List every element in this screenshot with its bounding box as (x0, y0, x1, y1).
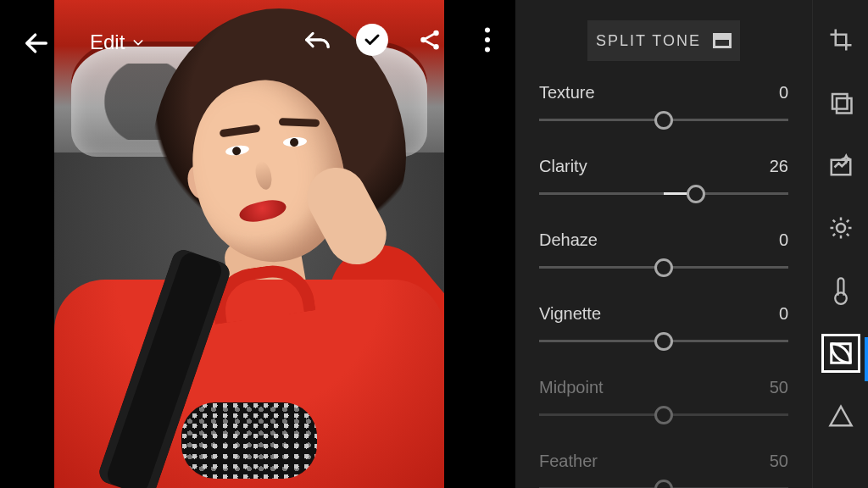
mode-label: Edit (90, 30, 125, 54)
svg-point-5 (485, 47, 490, 53)
light-icon[interactable] (821, 208, 860, 247)
slider-vignette[interactable]: Vignette0 (515, 304, 812, 366)
slider-knob[interactable] (654, 258, 673, 277)
adjustments-panel: SPLIT TONE Texture0Clarity26Dehaze0Vigne… (515, 0, 812, 488)
svg-rect-6 (832, 94, 848, 109)
slider-label: Texture (539, 83, 595, 103)
auto-enhance-icon[interactable] (821, 146, 860, 185)
slider-clarity[interactable]: Clarity26 (515, 157, 812, 219)
back-button[interactable] (19, 25, 54, 61)
svg-point-10 (835, 292, 847, 304)
tool-rail (812, 0, 868, 488)
slider-knob[interactable] (654, 332, 673, 351)
svg-point-9 (837, 224, 845, 232)
slider-knob (654, 406, 673, 424)
slider-value: 0 (779, 230, 788, 250)
slider-midpoint: Midpoint50 (515, 378, 812, 440)
split-tone-button[interactable]: SPLIT TONE (587, 20, 740, 61)
slider-track[interactable] (539, 250, 788, 286)
slider-label: Clarity (539, 157, 587, 176)
share-button[interactable] (414, 24, 446, 56)
presets-icon[interactable] (821, 83, 860, 122)
mode-dropdown[interactable]: Edit (90, 25, 145, 59)
slider-label: Feather (539, 452, 598, 471)
svg-rect-7 (837, 98, 852, 114)
undo-button[interactable] (298, 24, 331, 56)
slider-track[interactable] (539, 324, 788, 359)
overflow-menu-button[interactable] (471, 24, 504, 56)
slider-label: Midpoint (539, 378, 604, 397)
slider-track (539, 397, 788, 433)
slider-label: Dehaze (539, 230, 598, 250)
slider-value: 0 (779, 304, 788, 324)
check-icon (362, 30, 382, 50)
temperature-icon[interactable] (821, 271, 860, 310)
detail-icon[interactable] (821, 396, 860, 435)
slider-value: 50 (770, 452, 788, 471)
slider-track (539, 471, 788, 488)
active-tool-indicator (865, 337, 868, 381)
split-tone-label: SPLIT TONE (596, 32, 701, 50)
slider-track[interactable] (539, 103, 788, 138)
slider-value: 26 (770, 157, 788, 176)
slider-label: Vignette (539, 304, 601, 324)
slider-value: 0 (779, 83, 788, 103)
slider-dehaze[interactable]: Dehaze0 (515, 230, 812, 292)
photo-preview (54, 0, 444, 488)
confirm-button[interactable] (356, 24, 388, 56)
slider-feather: Feather50 (515, 452, 812, 488)
split-tone-icon (713, 33, 732, 48)
crop-icon[interactable] (821, 20, 860, 59)
svg-point-4 (485, 37, 490, 42)
slider-texture[interactable]: Texture0 (515, 83, 812, 145)
slider-value: 50 (770, 378, 788, 397)
slider-knob[interactable] (654, 111, 673, 130)
slider-knob[interactable] (687, 185, 705, 203)
slider-knob (654, 480, 673, 488)
chevron-down-icon (131, 36, 145, 49)
svg-point-3 (485, 27, 490, 32)
effects-icon[interactable] (821, 334, 860, 373)
slider-track[interactable] (539, 176, 788, 212)
image-canvas[interactable]: Edit (0, 0, 515, 488)
